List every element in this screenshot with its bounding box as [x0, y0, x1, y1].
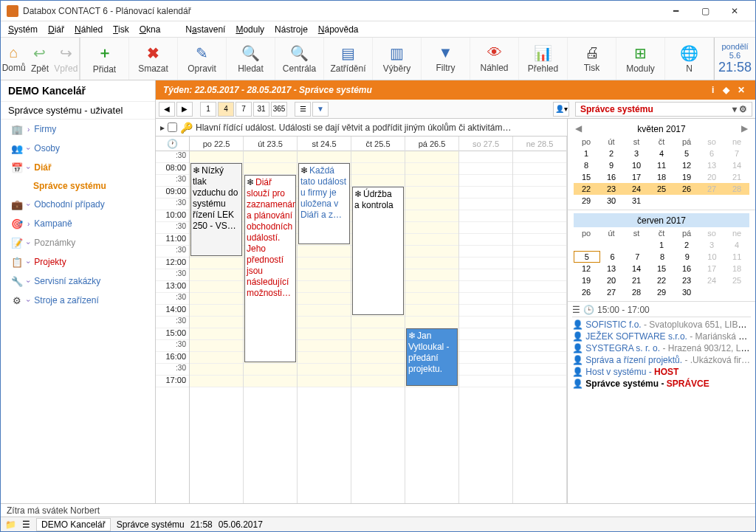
info-checkbox[interactable]: [168, 122, 177, 132]
cal-next[interactable]: ▶: [741, 123, 748, 134]
taskbar-user: Správce systému: [117, 519, 185, 530]
nav-home[interactable]: ⌂Domů: [1, 38, 27, 80]
nav-back[interactable]: ↩Zpět: [27, 38, 52, 80]
sidebar-item-firmy[interactable]: 🏢›Firmy: [1, 120, 155, 139]
clock-time: 21:58: [718, 60, 752, 75]
tool-n[interactable]: 🌐N: [665, 38, 714, 80]
sidebar-item-projekty[interactable]: 📋›Projekty: [1, 252, 155, 272]
app-icon: [7, 5, 18, 17]
menu-help[interactable]: Nápověda: [314, 23, 363, 36]
sidebar-item-spravce[interactable]: Správce systému: [1, 177, 155, 195]
day-col-sat[interactable]: so 27.5: [459, 137, 513, 503]
event[interactable]: ❄JanVytloukal - předání projektu.: [406, 328, 458, 386]
task-item[interactable]: 👤 Host v systému - HOST: [572, 366, 751, 378]
taskbar-time: 21:58: [190, 519, 213, 530]
view-day1[interactable]: 1: [200, 102, 216, 117]
tool-select[interactable]: ▥Výběry: [373, 38, 422, 80]
menu-system[interactable]: Systém: [4, 23, 42, 36]
tool-add[interactable]: ＋Přidat: [80, 38, 129, 80]
key-icon: 🔑: [180, 122, 193, 134]
week-header: Týden: 22.05.2017 - 28.05.2017 - Správce…: [156, 80, 755, 100]
sidebar-item-osoby[interactable]: 👥›Osoby: [1, 139, 155, 158]
sidebar-item-stroje[interactable]: ⚙›Stroje a zařízení: [1, 291, 155, 310]
minimize-button[interactable]: ━: [661, 2, 690, 20]
view-month31[interactable]: 31: [253, 102, 269, 117]
building-icon: 🏢: [11, 123, 23, 135]
tool-find[interactable]: 🔍Hledat: [227, 38, 275, 80]
menu-settings[interactable]: Nastavení: [181, 23, 230, 36]
tool-print[interactable]: 🖨Tisk: [568, 38, 616, 80]
menu-windows[interactable]: Okna: [135, 23, 165, 36]
sidebar-item-poznamky[interactable]: 📝›Poznámky: [1, 233, 155, 252]
day-col-wed[interactable]: st 24.5❄Každátato událost u firmy je ulo…: [298, 137, 351, 503]
user-icon[interactable]: 👤▾: [553, 102, 569, 117]
status-bar: Zítra má svátek Norbert: [1, 503, 755, 517]
list-icon[interactable]: ☰: [572, 305, 580, 315]
tool-modules[interactable]: ⊞Moduly: [616, 38, 665, 80]
task-item[interactable]: 👤 Správce systému - SPRÁVCE: [572, 378, 751, 390]
mini-calendar-may[interactable]: ◀květen 2017▶ poútstčtpásone 12345678910…: [568, 119, 755, 210]
view-week7[interactable]: 7: [236, 102, 252, 117]
day-col-mon[interactable]: po 22.5❄Nízkýtlak vzduchu do systému říz…: [190, 137, 244, 503]
tool-delete[interactable]: ✖Smazat: [129, 38, 178, 80]
sidebar-item-obchodni[interactable]: 💼›Obchodní případy: [1, 195, 155, 214]
cal-prev[interactable]: ◀: [575, 123, 582, 134]
menu-modules[interactable]: Moduly: [231, 23, 269, 36]
menu-diary[interactable]: Diář: [44, 23, 69, 36]
menu-view[interactable]: Náhled: [70, 23, 107, 36]
tool-funnel[interactable]: ▼: [312, 102, 329, 117]
nav-prev[interactable]: ◀: [159, 102, 175, 117]
info-text: Hlavní řídící událost. Události se dají …: [196, 122, 512, 133]
task-item[interactable]: 👤 JEŽEK SOFTWARE s.r.o. - Mariánská 323…: [572, 331, 751, 342]
week-title: Týden: 22.05.2017 - 28.05.2017 - Správce…: [163, 85, 372, 95]
close-button[interactable]: ✕: [720, 2, 749, 20]
task-item[interactable]: 👤 SOFISTIC f.o. - Svatoplukova 651, LIBE…: [572, 319, 751, 331]
tool-edit[interactable]: ✎Opravit: [178, 38, 227, 80]
briefcase-icon: 💼: [11, 198, 23, 210]
day-col-tue[interactable]: út 23.5❄Diářslouží pro zaznamenání a plá…: [244, 137, 298, 503]
clock-date: 5.6: [729, 51, 740, 60]
menu-tools[interactable]: Nástroje: [270, 23, 312, 36]
sidebar-item-diar[interactable]: 📅›Diář: [1, 158, 155, 177]
side-panels: ◀květen 2017▶ poútstčtpásone 12345678910…: [568, 119, 755, 503]
project-icon: 📋: [11, 256, 23, 268]
sidebar-item-kampane[interactable]: 🎯›Kampaně: [1, 214, 155, 233]
menu-print[interactable]: Tisk: [109, 23, 134, 36]
event[interactable]: ❄Nízkýtlak vzduchu do systému řízení LEK…: [190, 163, 242, 256]
header-icons[interactable]: i ◆ ✕: [712, 85, 748, 95]
day-col-fri[interactable]: pá 26.5❄JanVytloukal - předání projektu.: [405, 137, 459, 503]
toolbar: ⌂Domů ↩Zpět ↪Vpřed ＋Přidat ✖Smazat ✎Opra…: [1, 38, 755, 80]
maximize-button[interactable]: ▢: [690, 2, 720, 20]
event[interactable]: ❄Diářslouží pro zaznamenání a plánování …: [244, 175, 296, 362]
list-small-icon[interactable]: ☰: [22, 519, 30, 530]
task-item[interactable]: 👤 SYSTEGRA s. r. o. - Hrazená 903/12, Li…: [572, 342, 751, 354]
event[interactable]: ❄Každátato událost u firmy je uložena v …: [298, 163, 350, 244]
time-column: 🕐 :3008:00:3009:00:3010:00:3011:00:3012:…: [156, 137, 190, 503]
view-year[interactable]: 365: [271, 102, 287, 117]
tool-list[interactable]: ☰: [295, 102, 311, 117]
calendar-grid[interactable]: 🕐 :3008:00:3009:00:3010:00:3011:00:3012:…: [156, 137, 567, 503]
day-col-thu[interactable]: čt 25.5❄Údržbaa kontrola: [351, 137, 405, 503]
folder-icon[interactable]: 📁: [5, 519, 16, 530]
tool-overview[interactable]: 📊Přehled: [519, 38, 568, 80]
sidebar: DEMO Kancelář Správce systému - uživatel…: [1, 80, 156, 503]
tool-filter[interactable]: ▼Filtry: [422, 38, 470, 80]
sidebar-item-servisni[interactable]: 🔧›Servisní zakázky: [1, 272, 155, 291]
info-row: ▸ 🔑 Hlavní řídící událost. Události se d…: [156, 119, 567, 137]
tool-classify[interactable]: ▤Zatřídění: [324, 38, 373, 80]
event[interactable]: ❄Údržbaa kontrola: [352, 187, 404, 315]
taskbar: 📁 ☰ DEMO Kancelář Správce systému 21:58 …: [1, 517, 755, 531]
view-day4[interactable]: 4: [218, 102, 234, 117]
nav-next[interactable]: ▶: [176, 102, 193, 117]
taskbar-office[interactable]: DEMO Kancelář: [36, 518, 111, 531]
day-col-sun[interactable]: ne 28.5: [513, 137, 567, 503]
target-icon: 🎯: [11, 218, 23, 229]
mini-calendar-jun[interactable]: červen 2017 poútstčtpásone 1234567891011…: [568, 210, 755, 302]
tool-view[interactable]: 👁Náhled: [470, 38, 519, 80]
user-select[interactable]: Správce systému▾ ⚙: [575, 102, 752, 117]
task-item[interactable]: 👤 Správa a řízení projektů. - .Ukázková …: [572, 354, 751, 366]
tool-central[interactable]: 🔍Centrála: [275, 38, 324, 80]
nav-forward[interactable]: ↪Vpřed: [53, 38, 79, 80]
toolbar-clock: pondělí 5.6 21:58: [714, 38, 755, 80]
expand-icon[interactable]: ▸: [160, 122, 165, 133]
